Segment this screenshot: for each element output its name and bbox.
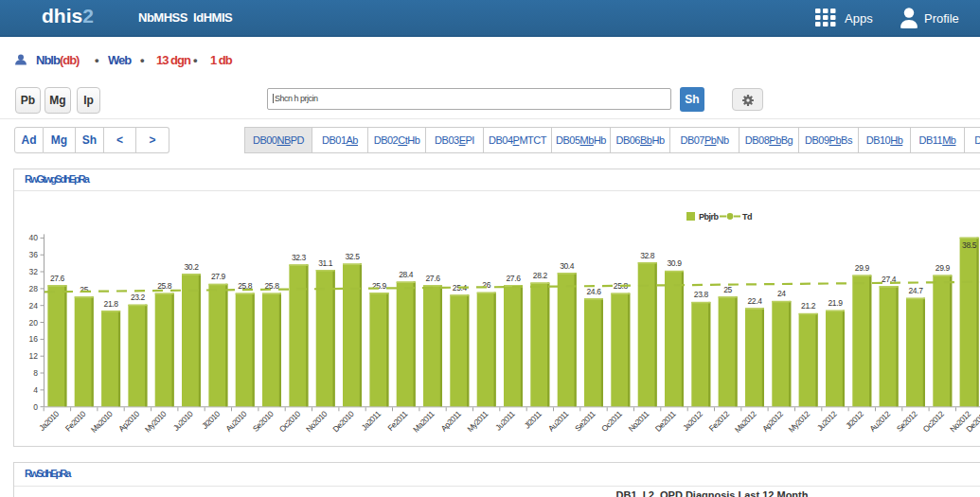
svg-text:Oc2012: Oc2012: [921, 409, 947, 435]
svg-text:32.8: 32.8: [640, 251, 655, 260]
svg-text:Ju2010: Ju2010: [171, 409, 195, 433]
svg-text:26: 26: [482, 280, 490, 290]
svg-text:24.6: 24.6: [587, 287, 602, 296]
svg-text:30.2: 30.2: [185, 262, 200, 272]
svg-text:24: 24: [29, 301, 39, 311]
svg-text:Au2012: Au2012: [867, 409, 892, 434]
svg-text:23.8: 23.8: [694, 290, 709, 299]
svg-text:Oc2010: Oc2010: [277, 409, 303, 435]
svg-text:29.9: 29.9: [855, 263, 870, 273]
svg-text:28: 28: [29, 284, 39, 293]
svg-text:20: 20: [29, 318, 39, 328]
svg-text:30.4: 30.4: [560, 261, 575, 271]
svg-text:Ap2010: Ap2010: [116, 409, 141, 434]
svg-text:Ap2011: Ap2011: [438, 409, 463, 434]
svg-text:My2010: My2010: [143, 409, 169, 435]
svg-text:My2011: My2011: [465, 409, 490, 434]
svg-text:32.5: 32.5: [346, 252, 361, 261]
svg-text:0: 0: [33, 402, 38, 412]
svg-text:Se2011: Se2011: [573, 409, 597, 434]
svg-text:32.3: 32.3: [292, 253, 307, 262]
svg-text:21.2: 21.2: [801, 301, 816, 311]
svg-text:38.5: 38.5: [962, 240, 977, 250]
svg-text:27.6: 27.6: [426, 274, 441, 283]
svg-text:24: 24: [777, 289, 786, 298]
svg-text:Ja2012: Ja2012: [681, 409, 704, 433]
svg-text:23.2: 23.2: [131, 293, 146, 302]
svg-text:Au2011: Au2011: [546, 409, 571, 434]
svg-text:Ap2012: Ap2012: [760, 409, 785, 434]
svg-text:Se2010: Se2010: [251, 409, 276, 434]
svg-text:Pbjrb: Pbjrb: [699, 212, 720, 222]
svg-text:27.6: 27.6: [50, 274, 65, 283]
svg-text:27.6: 27.6: [507, 274, 522, 283]
svg-text:28.2: 28.2: [533, 271, 548, 280]
svg-text:Fe2011: Fe2011: [385, 409, 409, 433]
svg-text:21.9: 21.9: [829, 298, 844, 308]
svg-text:Ja2011: Ja2011: [360, 409, 383, 433]
svg-text:De2011: De2011: [653, 409, 678, 434]
svg-text:21.8: 21.8: [104, 299, 119, 309]
svg-text:28.4: 28.4: [399, 270, 414, 279]
svg-text:Ja2010: Ja2010: [37, 409, 61, 433]
svg-text:25.8: 25.8: [157, 281, 172, 291]
svg-text:Jl2011: Jl2011: [522, 409, 543, 431]
svg-text:Ma2010: Ma2010: [89, 409, 115, 435]
svg-text:No2010: No2010: [304, 409, 330, 435]
svg-text:Jl2010: Jl2010: [200, 409, 222, 431]
svg-text:36: 36: [29, 250, 39, 259]
svg-text:Ju2011: Ju2011: [493, 409, 517, 433]
svg-text:4: 4: [33, 385, 38, 395]
svg-text:22.4: 22.4: [748, 296, 763, 306]
svg-text:Ma2011: Ma2011: [411, 409, 437, 435]
svg-text:40: 40: [29, 233, 39, 242]
svg-text:8: 8: [33, 368, 38, 378]
svg-text:Jl2012: Jl2012: [844, 409, 865, 431]
svg-text:De2010: De2010: [330, 409, 356, 435]
svg-text:Td: Td: [742, 212, 752, 222]
svg-text:Se2012: Se2012: [895, 409, 919, 434]
svg-text:30.9: 30.9: [668, 258, 683, 268]
svg-text:Ma2012: Ma2012: [733, 409, 758, 435]
svg-text:25: 25: [80, 285, 88, 294]
svg-text:Ju2012: Ju2012: [815, 409, 839, 433]
svg-text:25: 25: [723, 285, 732, 294]
svg-text:16: 16: [29, 334, 39, 344]
svg-text:Fe2012: Fe2012: [707, 409, 732, 434]
svg-text:29.9: 29.9: [935, 263, 951, 273]
svg-text:31.1: 31.1: [318, 258, 333, 268]
svg-text:Oc2011: Oc2011: [599, 409, 624, 434]
svg-text:32: 32: [29, 267, 39, 276]
svg-text:24.7: 24.7: [909, 286, 924, 295]
svg-text:27.9: 27.9: [211, 272, 226, 281]
svg-text:Au2010: Au2010: [223, 409, 248, 434]
svg-text:No2011: No2011: [627, 409, 651, 434]
svg-text:Fe2010: Fe2010: [63, 409, 88, 434]
svg-text:My2012: My2012: [787, 409, 812, 435]
svg-text:12: 12: [29, 351, 39, 361]
